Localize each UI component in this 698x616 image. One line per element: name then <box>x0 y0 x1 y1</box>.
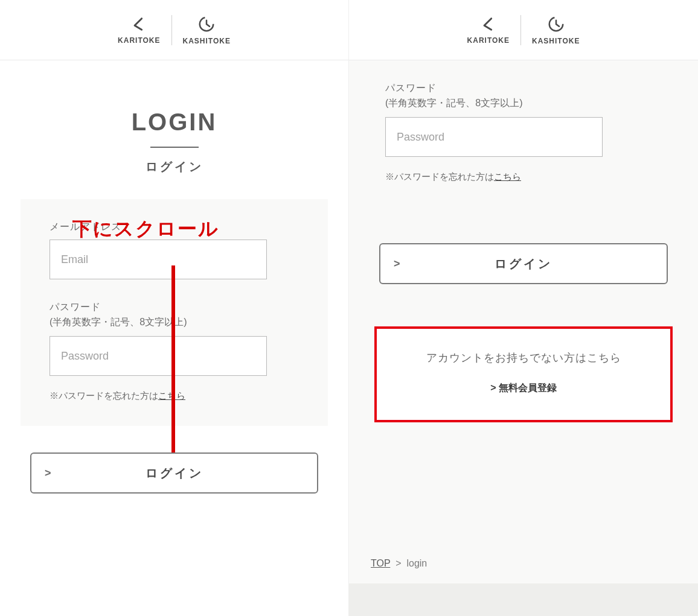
karitoke-icon <box>480 16 497 33</box>
login-button-right[interactable]: > ログイン <box>379 243 668 284</box>
signup-link[interactable]: >無料会員登録 <box>389 382 658 395</box>
signup-link-label: 無料会員登録 <box>499 383 557 393</box>
page-title-en: LOGIN <box>0 109 348 136</box>
email-input[interactable] <box>50 240 267 279</box>
password-input-right[interactable] <box>385 117 603 157</box>
karitoke-icon <box>130 16 147 33</box>
brand-divider <box>520 15 521 45</box>
breadcrumb-current: login <box>406 558 427 568</box>
password-hint-right: (半角英数字・記号、8文字以上) <box>385 97 669 110</box>
breadcrumb: TOP > login <box>371 558 427 569</box>
footer-bar <box>349 583 698 616</box>
scroll-annotation: 下にスクロール <box>72 216 219 243</box>
brand-karitoke-right[interactable]: KARITOKE <box>467 16 510 45</box>
brand-label-left: KARITOKE <box>118 36 160 45</box>
login-button-label: ログイン <box>31 465 317 481</box>
brand-karitoke[interactable]: KARITOKE <box>118 16 160 45</box>
kashitoke-icon <box>197 15 216 33</box>
brand-kashitoke[interactable]: KASHITOKE <box>183 15 231 45</box>
brand-label-right: KASHITOKE <box>532 37 580 45</box>
brand-label-right: KASHITOKE <box>183 37 231 45</box>
forgot-prefix-right: ※パスワードを忘れた方は <box>385 171 494 182</box>
breadcrumb-sep: > <box>395 558 401 568</box>
password-input[interactable] <box>50 336 267 376</box>
password-label-right: パスワード <box>385 82 669 95</box>
header: KARITOKE KASHITOKE <box>0 0 348 60</box>
password-field-block-right: パスワード (半角英数字・記号、8文字以上) <box>385 82 669 157</box>
scroll-arrow-icon <box>171 265 175 471</box>
login-button[interactable]: > ログイン <box>30 452 318 494</box>
signup-text: アカウントをお持ちでない方はこちら <box>389 351 658 365</box>
chevron-right-icon: > <box>394 258 400 270</box>
login-form-card-right: パスワード (半角英数字・記号、8文字以上) ※パスワードを忘れた方はこちら <box>349 60 698 207</box>
forgot-password-link-right[interactable]: こちら <box>494 171 521 182</box>
pane-left: KARITOKE KASHITOKE LOGIN ログイン 下にスクロール メー… <box>0 0 349 616</box>
brand-kashitoke-right[interactable]: KASHITOKE <box>532 15 580 45</box>
pane-right: KARITOKE KASHITOKE パスワード (半角英数字・記号、8文字以上… <box>349 0 698 616</box>
kashitoke-icon <box>547 15 565 33</box>
chevron-right-icon: > <box>490 383 496 393</box>
forgot-prefix: ※パスワードを忘れた方は <box>50 390 158 401</box>
chevron-right-icon: > <box>45 467 51 480</box>
brand-divider <box>171 15 172 45</box>
login-button-label-right: ログイン <box>380 256 667 272</box>
page-title-jp: ログイン <box>0 159 348 175</box>
header-right: KARITOKE KASHITOKE <box>349 0 698 60</box>
signup-box: アカウントをお持ちでない方はこちら >無料会員登録 <box>374 326 673 422</box>
breadcrumb-top-link[interactable]: TOP <box>371 558 390 568</box>
title-block: LOGIN ログイン <box>0 60 348 175</box>
title-divider <box>150 147 199 148</box>
brand-label-left: KARITOKE <box>467 36 510 45</box>
forgot-password-note-right: ※パスワードを忘れた方はこちら <box>385 171 669 183</box>
